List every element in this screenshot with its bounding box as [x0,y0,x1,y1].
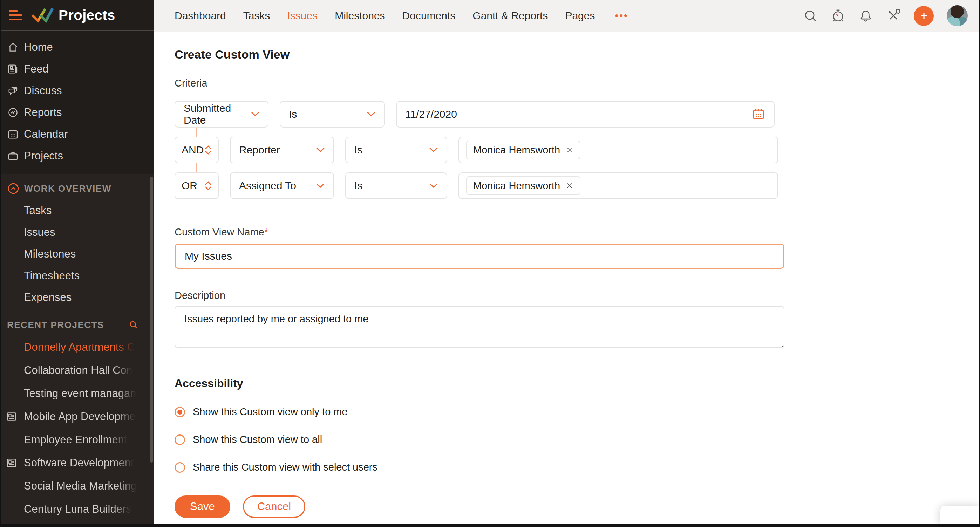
description-label: Description [175,290,979,302]
date-input[interactable]: 11/27/2020 [396,101,775,127]
tab-issues[interactable]: Issues [287,10,318,22]
field-dropdown[interactable]: Assigned To [230,172,334,199]
date-value: 11/27/2020 [405,108,457,120]
discuss-icon [7,85,19,97]
remove-chip-icon[interactable] [566,182,573,190]
project-card-icon [6,457,18,469]
more-tabs-icon[interactable]: ••• [615,10,628,21]
sub-item-label: Timesheets [24,270,80,282]
project-item-century-luna[interactable]: Century Luna Builders [1,498,154,521]
sidebar-item-milestones[interactable]: Milestones [1,243,154,265]
chevron-down-icon [251,111,259,117]
criteria-connector-line [196,163,197,172]
chip-label: Monica Hemsworth [473,180,560,192]
radio-selected-icon[interactable] [175,407,185,417]
app-window: Projects Home Feed [0,0,980,527]
operator-selector[interactable]: AND [175,137,219,163]
up-down-stepper-icon [205,181,212,191]
work-overview-header[interactable]: WORK OVERVIEW [1,177,154,200]
project-search-icon[interactable] [128,319,139,330]
recent-projects-header: RECENT PROJECTS [1,314,154,336]
sidebar-item-reports[interactable]: Reports [1,102,154,123]
field-dropdown[interactable]: Reporter [230,137,334,163]
sidebar-item-home[interactable]: Home [1,37,154,58]
sidebar-item-label: Reports [24,106,62,119]
cancel-button[interactable]: Cancel [243,495,305,518]
tab-gantt-reports[interactable]: Gantt & Reports [473,10,548,22]
tab-tasks[interactable]: Tasks [243,10,270,22]
condition-dropdown-value: Is [354,180,363,192]
tab-dashboard[interactable]: Dashboard [175,10,226,22]
remove-chip-icon[interactable] [566,146,573,154]
sidebar-item-label: Projects [24,149,63,162]
condition-dropdown[interactable]: Is [345,137,447,163]
custom-view-name-input[interactable] [175,243,784,269]
tab-documents[interactable]: Documents [402,10,456,22]
project-item-employee-enrollment[interactable]: Employee Enrollment [1,428,154,451]
tools-icon[interactable] [886,8,901,23]
chevron-down-icon [429,183,438,189]
user-avatar[interactable] [947,5,968,26]
tab-milestones[interactable]: Milestones [335,10,385,22]
field-dropdown-value: Reporter [239,144,280,156]
accessibility-heading: Accessibility [175,377,979,390]
value-picker-field[interactable]: Monica Hemsworth [458,172,778,199]
selected-user-chip: Monica Hemsworth [466,176,581,195]
condition-dropdown-value: Is [289,108,297,120]
description-textarea[interactable] [175,306,784,348]
project-item-testing-event[interactable]: Testing event managan [1,382,154,405]
menu-toggle-icon[interactable] [9,10,22,20]
timer-icon[interactable] [831,8,845,23]
project-label: Mobile App Developme [24,410,136,423]
sub-item-label: Expenses [24,291,72,304]
datepicker-calendar-icon[interactable] [751,107,765,121]
app-title: Projects [59,7,115,23]
form-actions: Save Cancel [175,495,979,518]
radio-option-to-all[interactable]: Show this Custom view to all [175,434,979,445]
sidebar-item-feed[interactable]: Feed [1,58,154,80]
criteria-label: Criteria [175,78,979,89]
home-icon [7,41,19,53]
project-item-social-media[interactable]: Social Media Marketing [1,475,154,498]
sidebar-item-expenses[interactable]: Expenses [1,287,154,308]
chip-label: Monica Hemsworth [473,144,560,156]
sidebar-item-calendar[interactable]: Calendar [1,123,154,145]
field-dropdown-value: Submitted Date [184,102,251,126]
operator-value: OR [181,180,197,192]
chevron-down-icon [316,183,325,189]
criteria-row-1: Submitted Date Is 11/27/2020 [175,101,979,127]
reports-icon [7,106,19,118]
projects-logo-icon [30,6,54,25]
sidebar-item-discuss[interactable]: Discuss [1,80,154,102]
project-item-software-development[interactable]: Software Development [1,451,154,475]
search-icon[interactable] [803,8,818,23]
project-item-mobile-app[interactable]: Mobile App Developme [1,405,154,428]
sidebar-scrollbar-thumb[interactable] [150,177,153,462]
sidebar-item-tasks[interactable]: Tasks [1,200,154,221]
save-button[interactable]: Save [175,495,230,518]
radio-option-only-me[interactable]: Show this Custom view only to me [175,406,979,417]
sidebar-item-issues[interactable]: Issues [1,221,154,243]
add-new-button[interactable] [914,6,934,26]
radio-unselected-icon[interactable] [175,435,185,445]
chevron-down-icon [367,111,376,117]
value-picker-field[interactable]: Monica Hemsworth [458,137,778,163]
operator-selector[interactable]: OR [175,172,219,199]
tab-pages[interactable]: Pages [565,10,595,22]
criteria-connector-line [196,127,197,137]
radio-option-select-users[interactable]: Share this Custom view with select users [175,462,979,473]
radio-unselected-icon[interactable] [175,462,185,473]
sidebar-main-nav: Home Feed Discuss [1,31,154,174]
project-item-donnelly-apartments[interactable]: Donnelly Apartments C [1,336,154,359]
condition-dropdown[interactable]: Is [280,101,385,127]
sidebar-item-projects[interactable]: Projects [1,145,154,167]
notifications-bell-icon[interactable] [858,8,873,23]
sidebar-scroll-area: WORK OVERVIEW Tasks Issues Milestones Ti… [1,174,154,524]
project-label: Testing event managan [24,387,136,400]
required-asterisk: * [264,226,268,238]
floating-widget[interactable] [940,506,979,524]
project-item-collaboration-hall[interactable]: Collaboration Hall Con [1,359,154,382]
field-dropdown[interactable]: Submitted Date [175,101,269,127]
condition-dropdown[interactable]: Is [345,172,447,199]
sidebar-item-timesheets[interactable]: Timesheets [1,265,154,287]
